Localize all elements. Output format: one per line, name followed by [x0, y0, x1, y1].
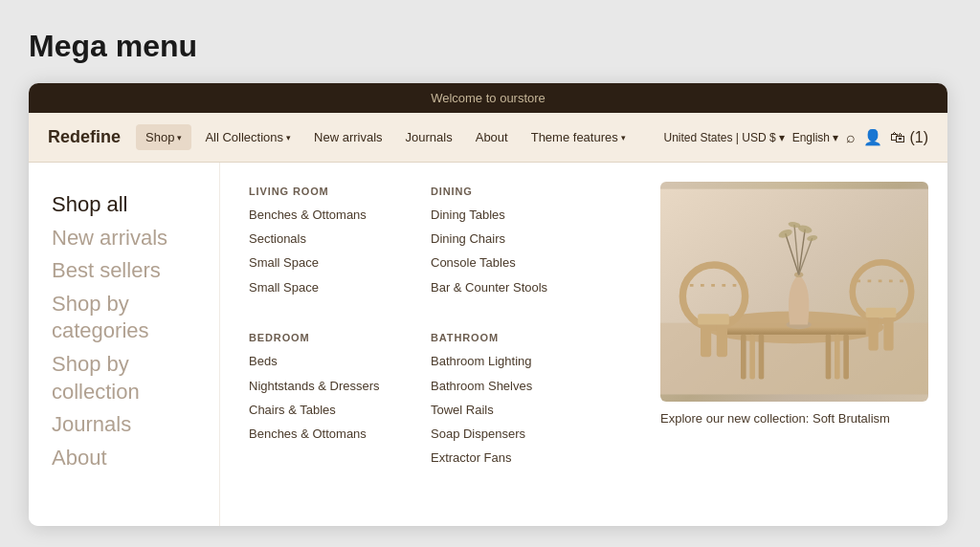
- nav-logo[interactable]: Redefine: [48, 127, 121, 147]
- menu-item[interactable]: Dining Chairs: [431, 230, 612, 248]
- menu-item[interactable]: Nightstands & Dressers: [249, 378, 431, 395]
- nav-link-shop[interactable]: Shop ▾: [136, 124, 191, 150]
- menu-section-living-room: LIVING ROOM Benches & Ottomans Sectional…: [249, 186, 431, 305]
- menu-item[interactable]: Small Space: [249, 279, 431, 296]
- svg-rect-22: [717, 321, 727, 357]
- menu-item[interactable]: Bathroom Shelves: [431, 378, 612, 395]
- menu-item[interactable]: Sectionals: [249, 230, 431, 248]
- sidebar-item-journals[interactable]: Journals: [52, 411, 196, 439]
- svg-rect-8: [835, 335, 840, 380]
- sidebar-item-shop-collection[interactable]: Shop by collection: [52, 351, 196, 405]
- nav-link-about[interactable]: About: [466, 124, 518, 150]
- menu-section-bedroom: BEDROOM Beds Nightstands & Dressers Chai…: [249, 332, 431, 476]
- svg-rect-9: [843, 335, 849, 380]
- sidebar-item-new-arrivals[interactable]: New arrivals: [52, 225, 196, 252]
- menu-sidebar: Shop all New arrivals Best sellers Shop …: [29, 163, 220, 526]
- menu-item[interactable]: Extractor Fans: [431, 449, 612, 467]
- svg-rect-7: [826, 335, 832, 380]
- svg-rect-4: [741, 335, 746, 380]
- svg-rect-5: [749, 335, 755, 380]
- sidebar-item-shop-categories[interactable]: Shop by categories: [52, 291, 196, 345]
- menu-section-dining: DINING Dining Tables Dining Chairs Conso…: [431, 186, 612, 305]
- svg-rect-26: [883, 315, 893, 350]
- menu-section-bathroom: BATHROOM Bathroom Lighting Bathroom Shel…: [431, 332, 612, 476]
- announcement-text: Welcome to ourstore: [431, 91, 546, 105]
- locale-selector[interactable]: United States | USD $ ▾: [663, 131, 784, 144]
- menu-item[interactable]: Benches & Ottomans: [249, 426, 431, 443]
- menu-item[interactable]: Towel Rails: [431, 402, 612, 419]
- menu-item[interactable]: Small Space: [249, 254, 431, 272]
- menu-item[interactable]: Soap Dispensers: [431, 426, 612, 443]
- menu-item[interactable]: Console Tables: [431, 254, 612, 272]
- chevron-down-icon: ▾: [833, 131, 838, 144]
- nav-link-new-arrivals[interactable]: New arrivals: [304, 124, 392, 150]
- menu-item[interactable]: Chairs & Tables: [249, 402, 431, 419]
- svg-rect-6: [759, 335, 765, 380]
- nav-link-collections[interactable]: All Collections ▾: [195, 124, 301, 150]
- sidebar-item-about[interactable]: About: [52, 445, 196, 472]
- svg-rect-23: [698, 314, 729, 324]
- chevron-down-icon: ▾: [286, 133, 291, 142]
- menu-content: LIVING ROOM Benches & Ottomans Sectional…: [220, 163, 641, 526]
- section-title-bedroom: BEDROOM: [249, 332, 431, 343]
- chevron-down-icon: ▾: [779, 131, 785, 144]
- svg-rect-25: [868, 315, 878, 350]
- chevron-down-icon: ▾: [177, 133, 182, 142]
- announcement-bar: Welcome to ourstore: [29, 83, 947, 113]
- menu-item[interactable]: Beds: [249, 353, 431, 370]
- menu-item[interactable]: Bathroom Lighting: [431, 353, 612, 370]
- svg-rect-27: [866, 308, 897, 317]
- browser-frame: Welcome to ourstore Redefine Shop ▾ All …: [29, 83, 947, 526]
- section-title-bathroom: BATHROOM: [431, 332, 612, 343]
- sidebar-item-best-sellers[interactable]: Best sellers: [52, 257, 196, 285]
- search-icon[interactable]: ⌕: [846, 129, 856, 146]
- svg-rect-21: [701, 321, 711, 357]
- section-title-dining: DINING: [431, 186, 612, 197]
- menu-image-panel: Explore our new collection: Soft Brutali…: [641, 163, 947, 526]
- menu-item[interactable]: Bar & Counter Stools: [431, 279, 612, 296]
- page-title: Mega menu: [29, 29, 951, 64]
- menu-item[interactable]: Dining Tables: [431, 207, 612, 224]
- image-caption: Explore our new collection: Soft Brutali…: [660, 411, 928, 426]
- menu-item[interactable]: Benches & Ottomans: [249, 207, 431, 224]
- sidebar-item-shop-all[interactable]: Shop all: [52, 191, 196, 219]
- collection-image[interactable]: [660, 182, 928, 402]
- mega-menu-dropdown: Shop all New arrivals Best sellers Shop …: [29, 163, 947, 526]
- section-title-living-room: LIVING ROOM: [249, 186, 431, 197]
- nav-links: Shop ▾ All Collections ▾ New arrivals Jo…: [136, 124, 663, 150]
- language-selector[interactable]: English ▾: [792, 131, 838, 144]
- nav-link-journals[interactable]: Journals: [396, 124, 462, 150]
- cart-icon[interactable]: 🛍 (1): [890, 129, 928, 146]
- nav-link-theme-features[interactable]: Theme features ▾: [522, 124, 635, 150]
- nav-bar: Redefine Shop ▾ All Collections ▾ New ar…: [29, 113, 947, 163]
- chevron-down-icon: ▾: [621, 133, 626, 142]
- nav-right: United States | USD $ ▾ English ▾ ⌕ 👤 🛍 …: [663, 128, 928, 146]
- account-icon[interactable]: 👤: [863, 128, 882, 146]
